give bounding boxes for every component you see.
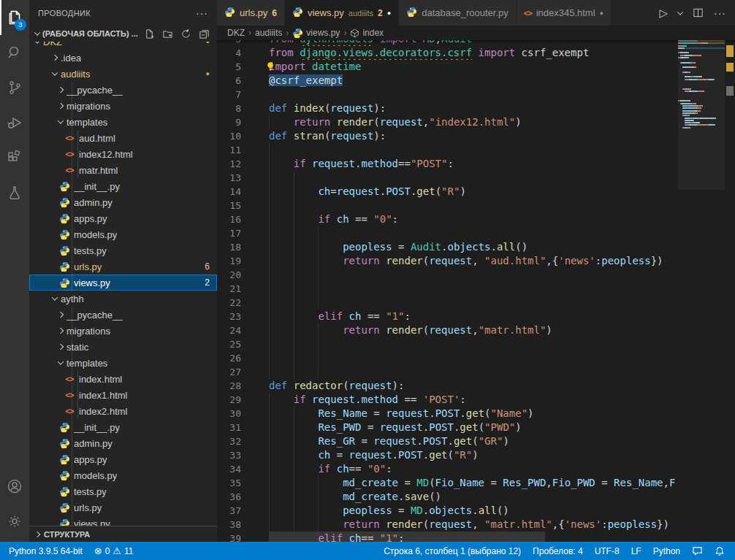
code-line-35[interactable]: 35 md_create = MD(Fio_Name = Res_PWD,Fio… [217, 476, 678, 490]
testing-icon[interactable] [0, 175, 29, 210]
code-line-17[interactable]: 17 [217, 226, 678, 240]
tree-item-migrations[interactable]: migrations [29, 98, 217, 114]
code-line-11[interactable]: 11 [217, 143, 678, 157]
breadcrumb-item-DKZ[interactable]: DKZ [227, 28, 245, 38]
code-line-38[interactable]: 38 return render(request, "matr.html",{'… [217, 518, 678, 532]
tree-item--pycache-[interactable]: __pycache__ [29, 82, 217, 98]
tree-item-static[interactable]: static [29, 339, 217, 355]
code-line-28[interactable]: 28def redactor(request): [217, 379, 678, 393]
code-line-25[interactable]: 25 [217, 337, 678, 351]
code-line-22[interactable]: 22 [217, 296, 678, 310]
tree-item--pycache-[interactable]: __pycache__ [29, 307, 217, 323]
search-icon[interactable] [0, 35, 29, 70]
code-line-23[interactable]: 23 elif ch == "1": [217, 310, 678, 323]
split-editor-button[interactable] [693, 7, 704, 18]
code-line-14[interactable]: 14 ch=request.POST.get("R") [217, 185, 678, 199]
indentation-status[interactable]: Пробелов: 4 [527, 542, 589, 560]
tree-item--idea[interactable]: .idea [29, 50, 217, 66]
tree-item-index1-html[interactable]: <>index1.html [29, 387, 217, 403]
tree-item-urls-py[interactable]: urls.py [29, 499, 217, 515]
code-line-26[interactable]: 26 [217, 351, 678, 365]
editor-more-actions-button[interactable]: ··· [714, 7, 726, 19]
vertical-scrollbar[interactable] [725, 40, 735, 542]
tree-item-index-html[interactable]: <>index.html [29, 371, 217, 387]
code-line-24[interactable]: 24 return render(request,"matr.html") [217, 323, 678, 337]
lightbulb-icon[interactable] [265, 61, 275, 74]
dirty-dot-icon[interactable]: ● [600, 9, 603, 17]
tree-item-index12-html[interactable]: <>index12.html [29, 146, 217, 162]
tab-views-py[interactable]: views.pyaudiiits2● [285, 0, 399, 26]
tree-item-index2-html[interactable]: <>index2.html [29, 403, 217, 419]
code-line-32[interactable]: 32 Res_GR = request.POST.get("GR") [217, 434, 678, 448]
tree-item-tests-py[interactable]: tests.py [29, 242, 217, 258]
tree-item-views-py[interactable]: views.py2 [29, 275, 217, 291]
tree-item-urls-py[interactable]: urls.py6 [29, 258, 217, 275]
tree-item-admin-py[interactable]: admin.py [29, 435, 217, 451]
tab-index345-html[interactable]: <>index345.html● [517, 0, 612, 26]
code-line-36[interactable]: 36 md_create.save() [217, 490, 678, 504]
tab-database-roouter-py[interactable]: database_roouter.py [399, 0, 517, 26]
tree-item-aythh[interactable]: aythh [29, 291, 217, 307]
code-line-19[interactable]: 19 return render(request, "aud.html",{'n… [217, 254, 678, 268]
code-line-37[interactable]: 37 peopless = MD.objects.all() [217, 504, 678, 518]
tree-item-tests-py[interactable]: tests.py [29, 483, 217, 499]
code-line-15[interactable]: 15 [217, 199, 678, 212]
code-line-7[interactable]: 7 [217, 88, 678, 101]
tree-item-apps-py[interactable]: apps.py [29, 451, 217, 467]
tree-item-audiiits[interactable]: audiiits● [29, 66, 217, 82]
feedback-icon[interactable] [686, 542, 709, 560]
code-line-6[interactable]: 6@csrf_exempt [217, 74, 678, 88]
code-line-27[interactable]: 27 [217, 365, 678, 379]
dirty-dot-icon[interactable]: ● [387, 9, 391, 17]
run-dropdown-chevron-icon[interactable] [678, 11, 682, 15]
tree-item-admin-py[interactable]: admin.py [29, 194, 217, 210]
breadcrumb-item-index[interactable]: index [350, 28, 384, 38]
refresh-icon[interactable] [180, 28, 191, 39]
code-line-12[interactable]: 12 if request.method=="POST": [217, 157, 678, 171]
code-line-10[interactable]: 10def stran(request): [217, 129, 678, 143]
new-file-icon[interactable] [144, 28, 155, 39]
explorer-icon[interactable]: 3 [0, 0, 29, 35]
tree-item-matr-html[interactable]: <>matr.html [29, 162, 217, 178]
code-line-30[interactable]: 30 Res_Name = request.POST.get("Name") [217, 407, 678, 421]
settings-gear-icon[interactable] [0, 504, 29, 539]
code-line-33[interactable]: 33 ch = request.POST.get("R") [217, 448, 678, 462]
code-line-34[interactable]: 34 if ch== "0": [217, 462, 678, 476]
extensions-icon[interactable] [0, 140, 29, 175]
tree-item-DKZ[interactable]: DKZ● [29, 42, 217, 50]
tree-item-templates[interactable]: templates [29, 114, 217, 130]
code-line-20[interactable]: 20 [217, 268, 678, 282]
code-line-13[interactable]: 13 [217, 171, 678, 185]
tree-item-aud-html[interactable]: <>aud.html [29, 130, 217, 146]
code-line-29[interactable]: 29 if request.method == 'POST': [217, 393, 678, 407]
sidebar-more-icon[interactable]: ··· [196, 7, 208, 19]
code-line-16[interactable]: 16 if ch == "0": [217, 212, 678, 226]
tree-item-models-py[interactable]: models.py [29, 226, 217, 242]
notifications-bell-icon[interactable] [709, 542, 731, 560]
code-editor[interactable]: 3from aythh.models import MD,Audit4from … [217, 40, 735, 542]
tree-item-apps-py[interactable]: apps.py [29, 210, 217, 226]
accounts-icon[interactable] [0, 469, 29, 504]
minimap[interactable] [678, 40, 725, 542]
run-python-file-button[interactable]: ▷ [659, 7, 668, 20]
code-line-31[interactable]: 31 Res_PWD = request.POST.get("PWD") [217, 421, 678, 434]
code-line-18[interactable]: 18 peopless = Audit.objects.all() [217, 240, 678, 254]
cursor-position-status[interactable]: Строка 6, столбец 1 (выбрано 12) [378, 542, 527, 560]
problems-status[interactable]: ⊗ 0 ⚠ 11 [88, 542, 140, 560]
tab-urls-py[interactable]: urls.py6 [217, 0, 285, 26]
code-line-9[interactable]: 9 return render(request,"index12.html") [217, 115, 678, 129]
python-interpreter-status[interactable]: Python 3.9.5 64-bit [3, 542, 88, 560]
tree-item-models-py[interactable]: models.py [29, 467, 217, 483]
run-debug-icon[interactable] [0, 105, 29, 140]
workspace-section-header[interactable]: (РАБОЧАЯ ОБЛАСТЬ) ... [29, 26, 217, 42]
code-line-21[interactable]: 21 [217, 282, 678, 296]
source-control-icon[interactable] [0, 70, 29, 105]
code-line-8[interactable]: 8def index(request): [217, 101, 678, 115]
breadcrumb-item-views-py[interactable]: views.py [292, 28, 340, 39]
new-folder-icon[interactable] [162, 28, 173, 39]
code-line-39[interactable]: 39 elif ch== "1": [217, 532, 678, 542]
language-mode-status[interactable]: Python [647, 542, 686, 560]
breadcrumb-item-audiiits[interactable]: audiiits [255, 28, 282, 38]
outline-section-header[interactable]: СТРУКТУРА [29, 526, 217, 542]
code-line-5[interactable]: 5import datetime [217, 60, 678, 74]
